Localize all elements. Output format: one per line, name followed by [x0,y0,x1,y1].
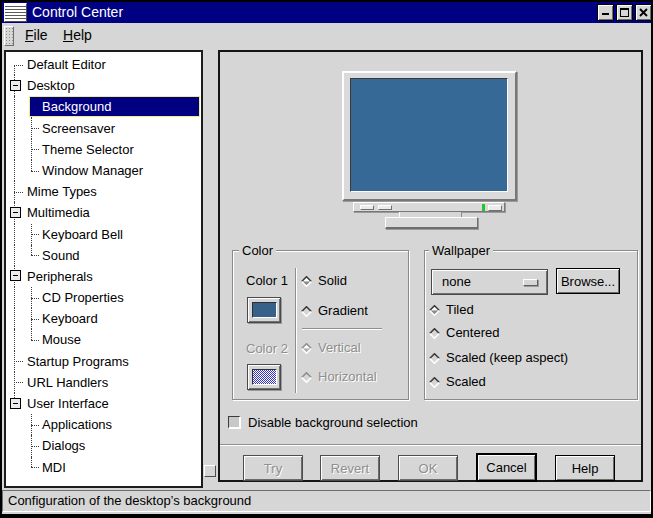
radio-label: Tiled [446,302,474,317]
tree-item-background[interactable]: Background [6,96,201,117]
radio-label: Scaled [446,374,486,389]
revert-button: Revert [320,455,380,481]
radio-icon [301,275,312,286]
tree-item-peripherals[interactable]: Peripherals [6,266,201,287]
menubar-drag-handle[interactable] [4,26,14,46]
tree-line [31,255,39,256]
radio-centered[interactable]: Centered [429,324,499,340]
tree-item-desktop[interactable]: Desktop [6,75,201,96]
tree-item-startup-programs[interactable]: Startup Programs [6,351,201,372]
radio-scaled-keep-aspect[interactable]: Scaled (keep aspect) [429,349,568,365]
tree-item-label: Peripherals [27,266,93,287]
tree-item-label: CD Properties [42,287,124,308]
radio-icon [301,342,312,353]
minimize-button[interactable] [597,4,614,21]
tree-item-keyboard[interactable]: Keyboard [6,308,201,329]
minimize-icon [602,13,609,15]
tree-item-theme-selector[interactable]: Theme Selector [6,139,201,160]
minus-icon [13,212,18,213]
browse-button[interactable]: Browse... [556,268,620,294]
tree-item-label: Startup Programs [27,351,129,372]
button-label: Revert [331,461,369,476]
monitor-base [385,217,478,229]
tree-item-cd-properties[interactable]: CD Properties [6,287,201,308]
color2-button[interactable] [247,364,281,390]
wallpaper-dropdown-value: none [442,270,471,294]
power-led-icon [482,204,485,211]
menu-file[interactable]: File [25,23,48,48]
tree-item-keyboard-bell[interactable]: Keyboard Bell [6,224,201,245]
tree-collapse-icon[interactable] [10,398,21,409]
disable-background-label: Disable background selection [248,415,418,430]
tree-line [31,425,39,426]
radio-icon [429,327,440,338]
color1-button[interactable] [247,297,281,323]
tree-item-label: Background [42,96,111,117]
wallpaper-dropdown[interactable]: none [431,269,548,295]
monitor-button-icon [488,205,502,211]
tree-item-mdi[interactable]: MDI [6,457,201,478]
tree-line [31,340,39,341]
color-group: Color Color 1 Color 2 SolidGradientVerti… [232,250,409,400]
tree-collapse-icon[interactable] [10,270,21,281]
tree-item-url-handlers[interactable]: URL Handlers [6,372,201,393]
tree-line [14,65,23,66]
tree-line [14,329,15,350]
buttons-separator [220,444,641,446]
close-icon [638,7,649,18]
titlebar[interactable]: Control Center [2,2,651,23]
tree-collapse-icon[interactable] [10,207,21,218]
radio-scaled[interactable]: Scaled [429,373,486,389]
tree-line [31,457,32,468]
radio-tiled[interactable]: Tiled [429,301,474,317]
tree-item-mouse[interactable]: Mouse [6,329,201,350]
tree-selection: Background [29,96,200,116]
tree-item-default-editor[interactable]: Default Editor [6,54,201,75]
radio-gradient[interactable]: Gradient [301,302,368,318]
tree-item-label: URL Handlers [27,372,108,393]
tree-item-user-interface[interactable]: User Interface [6,393,201,414]
color2-swatch [252,369,277,385]
tree-item-mime-types[interactable]: Mime Types [6,181,201,202]
window-menu-icon[interactable] [4,3,27,22]
help-button[interactable]: Help [555,455,615,481]
tree-line [31,467,39,468]
tree-item-sound[interactable]: Sound [6,245,201,266]
wallpaper-group-title: Wallpaper [429,243,493,258]
minus-icon [13,403,18,404]
horizontal-separator [302,328,382,330]
radio-icon [301,371,312,382]
tree-line [14,245,15,266]
cancel-button[interactable]: Cancel [476,453,537,482]
radio-icon [301,305,312,316]
maximize-button[interactable] [616,4,633,21]
button-label: OK [419,461,438,476]
tree-item-multimedia[interactable]: Multimedia [6,202,201,223]
tree-line [31,245,32,256]
try-button: Try [243,455,303,481]
tree-collapse-icon[interactable] [10,80,21,91]
tree-item-label: Mime Types [27,181,97,202]
tree-item-applications[interactable]: Applications [6,414,201,435]
splitter-handle[interactable] [204,465,216,477]
vertical-separator [295,268,297,393]
tree-line [14,224,15,245]
color1-swatch [252,302,277,318]
disable-background-row: Disable background selection [228,415,418,430]
tree-item-dialogs[interactable]: Dialogs [6,435,201,456]
radio-solid[interactable]: Solid [301,272,347,288]
radio-label: Horizontal [318,369,377,384]
tree-line [14,382,23,383]
close-button[interactable] [635,4,652,21]
disable-background-checkbox[interactable] [228,416,241,429]
tree-line [31,149,39,150]
menu-help[interactable]: Help [63,23,92,48]
tree-line [14,65,15,76]
tree-line [14,139,15,160]
monitor-button-icon [378,205,392,210]
tree-item-label: MDI [42,457,66,478]
tree-item-screensaver[interactable]: Screensaver [6,118,201,139]
tree-item-label: User Interface [27,393,109,414]
tree-list: Default EditorDesktopBackgroundScreensav… [6,54,201,478]
tree-item-window-manager[interactable]: Window Manager [6,160,201,181]
